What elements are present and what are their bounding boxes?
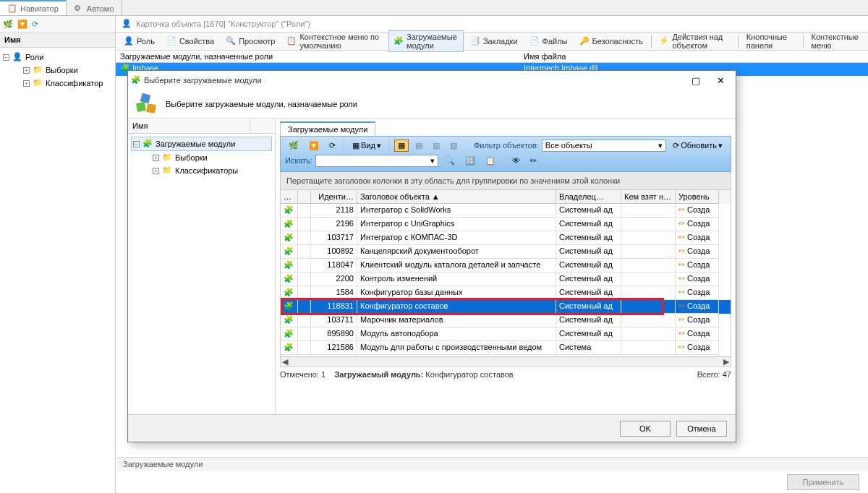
tb-object-actions[interactable]: ⚡Действия над объектом <box>654 30 735 52</box>
tb-bookmarks[interactable]: 📑Закладки <box>465 34 523 48</box>
filter-combo[interactable]: Все объекты▾ <box>542 140 666 152</box>
bg-col-left-head[interactable]: Загружаемые модули, назначенные роли <box>116 51 519 62</box>
expand-icon[interactable]: + <box>23 80 30 87</box>
gt-layout3[interactable]: ▥ <box>429 140 443 152</box>
row-check[interactable] <box>298 259 311 273</box>
tb-files[interactable]: 📄Файлы <box>524 34 573 48</box>
gh-title[interactable]: Заголовок объекта ▲ <box>357 190 556 204</box>
tb-props[interactable]: 📄Свойства <box>161 34 219 48</box>
row-check[interactable] <box>298 300 311 314</box>
pencil-btn[interactable]: ✏ <box>527 155 540 167</box>
person-icon: 👤 <box>122 19 132 29</box>
eye-btn[interactable]: 👁 <box>509 155 524 166</box>
col-name[interactable]: Имя <box>128 119 250 133</box>
table-row[interactable]: 🧩121586Модуль для работы с производствен… <box>281 341 731 355</box>
row-title: Клиентский модуль каталога деталей и зап… <box>357 259 556 273</box>
tree-child-row[interactable]: + 📁 Выборки <box>131 151 272 164</box>
table-row[interactable]: 🧩103717Интегратор с КОМПАС-3DСистемный а… <box>281 231 731 245</box>
search-opt1[interactable]: 🔠 <box>461 155 479 167</box>
expand-icon[interactable]: + <box>23 67 30 74</box>
tab-navigator[interactable]: 📋 Навигатор <box>0 0 67 15</box>
tb-plugins[interactable]: 🧩Загружаемые модули <box>388 30 464 52</box>
tree-child[interactable]: + 📁 Выборки <box>3 64 112 77</box>
gt-layout4[interactable]: ▧ <box>446 140 461 152</box>
grid-body[interactable]: 🧩2118Интегратор с SolidWorksСистемный ад… <box>280 204 731 357</box>
gt-layout2[interactable]: ▤ <box>412 140 426 152</box>
bg-col-right-head[interactable]: Имя файла <box>519 51 570 62</box>
row-check[interactable] <box>298 231 311 245</box>
separator <box>389 139 390 152</box>
table-row[interactable]: 🧩2196Интегратор с UniGraphicsСистемный а… <box>281 218 731 231</box>
table-row[interactable]: 🧩103711Марочник материаловСистемный ад✏ … <box>281 314 731 327</box>
search-go[interactable]: 🔍 <box>441 155 459 167</box>
row-title: Интегратор с КОМПАС-3D <box>357 231 556 245</box>
tb-view[interactable]: 🔍Просмотр <box>221 34 280 48</box>
expand-icon[interactable]: − <box>133 141 140 147</box>
search-combo[interactable]: ▾ <box>315 155 438 167</box>
table-row[interactable]: 🧩118831Конфигуратор составовСистемный ад… <box>281 300 731 314</box>
h-scrollbar[interactable]: ◀▶ <box>280 357 731 367</box>
tree-child-row[interactable]: + 📁 Классификаторы <box>131 164 272 177</box>
ok-button[interactable]: OK <box>620 421 671 437</box>
tree-child[interactable]: + 📁 Классификатор <box>3 77 112 90</box>
refresh-icon[interactable]: ⟳ <box>32 20 42 30</box>
tb-context-menu[interactable]: 📋Контекстное меню по умолчанию <box>281 30 387 52</box>
tb-context-menus[interactable]: Контекстные меню <box>807 30 865 52</box>
row-check[interactable] <box>298 218 311 231</box>
tree-icon[interactable]: 🌿 <box>3 20 13 30</box>
grid-group-bar[interactable]: Перетащите заголовок колонки в эту облас… <box>280 172 731 190</box>
tb-role[interactable]: 👤Роль <box>119 34 160 48</box>
expand-icon[interactable]: + <box>153 155 159 161</box>
row-check[interactable] <box>298 355 311 357</box>
dialog-buttons: OK Отмена <box>128 414 736 442</box>
table-row[interactable]: 🧩100892Канцелярский документооборотСисте… <box>281 245 731 259</box>
gt-view-dropdown[interactable]: ▦ Вид ▾ <box>349 140 385 152</box>
table-row[interactable]: 🧩1584Конфигуратор базы данныхСистемный а… <box>281 286 731 300</box>
filter-icon[interactable]: 🔽 <box>17 20 27 30</box>
separator <box>651 35 652 48</box>
gh-taken[interactable]: Кем взят н… <box>621 190 676 204</box>
gh-icon[interactable]: … <box>281 190 298 204</box>
maximize-button[interactable]: ▢ <box>684 72 708 88</box>
scroll-right-icon[interactable]: ▶ <box>723 357 729 366</box>
cancel-button[interactable]: Отмена <box>676 421 727 437</box>
tb-button-panels[interactable]: Кнопочные панели <box>741 30 800 52</box>
scroll-left-icon[interactable]: ◀ <box>282 357 288 366</box>
dialog-subheader: Выберите загружаемые модули, назначаемые… <box>128 90 736 119</box>
row-check[interactable] <box>298 314 311 327</box>
row-check[interactable] <box>298 245 311 259</box>
table-row[interactable]: 🧩118047Клиентский модуль каталога детале… <box>281 259 731 273</box>
gt-refresh-btn[interactable]: ⟳ <box>326 140 339 152</box>
table-row[interactable]: 🧩2118Интегратор с SolidWorksСистемный ад… <box>281 204 731 218</box>
gt-layout1[interactable]: ▦ <box>394 140 409 152</box>
apply-button[interactable]: Применить <box>787 474 859 490</box>
row-check[interactable] <box>298 286 311 300</box>
row-check[interactable] <box>298 204 311 218</box>
row-check[interactable] <box>298 273 311 286</box>
dialog-titlebar[interactable]: 🧩 Выберите загружаемые модули ▢ ✕ <box>128 71 736 90</box>
gh-owner[interactable]: Владелец… <box>556 190 621 204</box>
gt-filter-btn[interactable]: 🔽 <box>305 140 323 152</box>
tree-root-row[interactable]: − 🧩 Загружаемые модули <box>131 137 272 151</box>
expand-icon[interactable]: + <box>153 168 159 174</box>
table-row[interactable]: 🧩895890Модуль автоподбораСистемный ад✏ С… <box>281 327 731 341</box>
row-check[interactable] <box>298 341 311 355</box>
gh-id[interactable]: Иденти… <box>311 190 357 204</box>
expand-icon[interactable]: − <box>3 54 9 61</box>
gt-refresh2[interactable]: ⟳ Обновить ▾ <box>669 140 726 152</box>
row-check[interactable] <box>298 327 311 341</box>
tb-security[interactable]: 🔑Безопасность <box>574 34 648 48</box>
gh-level[interactable]: Уровень <box>676 190 719 204</box>
row-level: ✏ Созда <box>676 341 719 355</box>
row-owner: Системный ад <box>556 204 621 218</box>
table-row[interactable]: 🧩2200Контроль измененийСистемный ад✏ Соз… <box>281 273 731 286</box>
gt-tree-btn[interactable]: 🌿 <box>285 140 302 152</box>
tab-modules[interactable]: Загружаемые модули <box>280 121 375 136</box>
row-owner: Системный ад <box>556 355 621 357</box>
tab-automation[interactable]: ⚙ Автомо <box>67 0 122 15</box>
close-button[interactable]: ✕ <box>708 72 733 88</box>
table-row[interactable]: 🧩120332Модуль импорта/экспорта XMLСистем… <box>281 355 731 357</box>
gh-check[interactable] <box>298 190 311 204</box>
tree-root[interactable]: − 👤 Роли <box>3 51 112 64</box>
search-opt2[interactable]: 📋 <box>482 155 499 167</box>
